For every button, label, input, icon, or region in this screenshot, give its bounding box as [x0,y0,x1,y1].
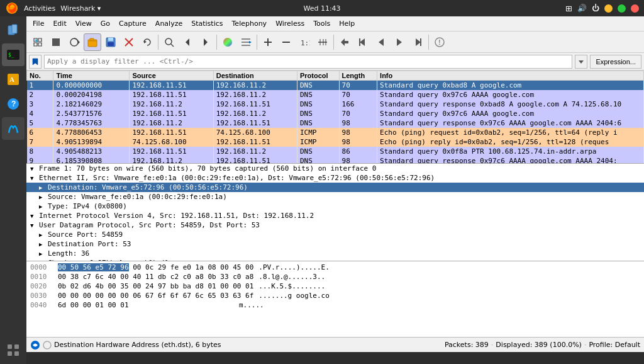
svg-text:1:1: 1:1 [301,39,310,47]
network-icon[interactable]: ⊞ [565,4,572,13]
menu-go[interactable]: Go [97,18,114,29]
toolbar-btn-autoscroll[interactable] [237,33,255,51]
detail-row[interactable]: ▶Destination: Vmware_e5:72:96 (00:50:56:… [26,183,644,192]
menu-view[interactable]: View [72,18,96,29]
detail-arrow[interactable]: ▶ [39,194,47,200]
toolbar-sep-3 [257,35,257,50]
menu-help[interactable]: Help [335,18,358,29]
wireshark-label[interactable]: Wireshark ▾ [60,4,101,13]
activities-label[interactable]: Activities [24,4,55,13]
detail-arrow[interactable]: ▶ [39,203,47,210]
toolbar-btn-restart[interactable] [65,33,83,51]
menu-capture[interactable]: Capture [115,18,150,29]
toolbar-btn-reload[interactable] [138,33,156,51]
toolbar-btn-prev[interactable] [179,33,196,51]
filter-bookmark[interactable] [29,55,42,69]
toolbar-btn-prev-packet[interactable] [372,33,390,51]
window-maximize[interactable] [618,4,626,13]
menu-edit[interactable]: Edit [49,18,70,29]
menu-telephony[interactable]: Telephony [228,18,271,29]
sidebar-icon-grid[interactable] [2,339,25,361]
firefox-icon[interactable] [5,1,19,15]
detail-arrow[interactable]: ▶ [39,241,47,247]
toolbar-btn-expert-info[interactable]: ! [431,33,448,51]
toolbar-btn-jump-to[interactable] [336,33,353,51]
menu-analyze[interactable]: Analyze [152,18,186,29]
packet-row[interactable]: 74.90513989474.125.68.100192.168.11.51IC… [27,137,644,147]
svg-rect-12 [14,351,19,356]
detail-row[interactable]: ▼User Datagram Protocol, Src Port: 54859… [26,220,644,230]
detail-arrow[interactable]: ▶ [39,251,47,257]
window-close[interactable] [631,4,639,13]
packet-row[interactable]: 42.543771576192.168.11.51192.168.11.2DNS… [27,109,644,118]
toolbar-btn-first-packet[interactable] [354,33,372,51]
menu-wireless[interactable]: Wireless [272,18,308,29]
svg-rect-47 [420,38,421,46]
col-header-length[interactable]: Length [339,71,377,81]
status-sep2: · [584,341,587,349]
detail-row[interactable]: ▼Frame 1: 70 bytes on wire (560 bits), 7… [26,164,644,173]
svg-rect-2 [12,25,17,33]
svg-text:$_: $_ [8,52,14,58]
packet-detail[interactable]: ▼Frame 1: 70 bytes on wire (560 bits), 7… [26,164,644,261]
col-header-dest[interactable]: Destination [213,71,297,81]
power-icon[interactable]: ⏻ [592,4,599,13]
hex-row: 000000 50 56 e5 72 96 00 0c 29 fe e0 1a … [29,263,641,272]
packet-row[interactable]: 32.182146029192.168.11.2192.168.11.51DNS… [27,100,644,109]
toolbar-btn-find[interactable] [160,33,178,51]
svg-rect-35 [282,42,290,43]
window-minimize[interactable] [604,4,613,13]
col-header-source[interactable]: Source [130,71,213,81]
packet-row[interactable]: 10.000000000192.168.11.51192.168.11.2DNS… [27,81,644,91]
col-header-info[interactable]: Info [377,71,644,81]
sidebar-icon-terminal[interactable]: $_ [2,43,25,66]
toolbar-btn-normal-size[interactable]: 1:1 [296,33,313,51]
packet-row[interactable]: 84.905488213192.168.11.51192.168.11.2DNS… [27,147,644,156]
detail-row[interactable]: ▶Source: Vmware_fe:e0:1a (00:0c:29:fe:e0… [26,192,644,202]
sound-icon[interactable]: 🔊 [577,4,587,13]
toolbar-btn-next-packet[interactable] [391,33,408,51]
detail-arrow[interactable]: ▼ [30,166,38,172]
detail-row[interactable]: ▶Length: 36 [26,249,644,258]
toolbar-btn-zoom-in[interactable] [259,33,277,51]
expression-button[interactable]: Expression... [590,55,641,69]
sidebar-icon-help[interactable]: ? [2,93,25,115]
detail-row[interactable]: ▼Internet Protocol Version 4, Src: 192.1… [26,211,644,220]
packet-row[interactable]: 54.778345763192.168.11.2192.168.11.51DNS… [27,118,644,128]
toolbar-btn-save[interactable] [102,33,119,51]
menu-file[interactable]: File [29,18,48,29]
packet-row[interactable]: 20.000204198192.168.11.51192.168.11.2DNS… [27,90,644,100]
col-header-no[interactable]: No. [27,71,53,81]
sidebar-icon-files[interactable] [2,19,25,42]
toolbar-btn-stop-capture[interactable] [47,33,65,51]
detail-arrow[interactable]: ▼ [30,213,38,219]
col-header-proto[interactable]: Protocol [297,71,339,81]
detail-row[interactable]: ▶Destination Port: 53 [26,239,644,249]
filter-dropdown-btn[interactable] [575,55,587,69]
toolbar-btn-next[interactable] [197,33,214,51]
packet-row[interactable]: 96.185390808192.168.11.2192.168.11.51DNS… [27,156,644,164]
detail-arrow[interactable]: ▶ [39,185,47,191]
detail-row[interactable]: ▶Type: IPv4 (0x0800) [26,202,644,211]
packet-list[interactable]: No. Time Source Destination Protocol Len… [26,71,644,164]
toolbar-btn-open-file[interactable] [84,33,101,51]
toolbar-btn-capture-interfaces[interactable] [29,33,47,51]
sidebar-icon-wireshark[interactable] [2,117,25,140]
detail-row[interactable]: ▶Source Port: 54859 [26,230,644,239]
menu-statistics[interactable]: Statistics [187,18,226,29]
toolbar-btn-zoom-out[interactable] [277,33,295,51]
detail-row[interactable]: ▼Ethernet II, Src: Vmware_fe:e0:1a (00:0… [26,173,644,183]
toolbar-btn-colorize[interactable] [219,33,236,51]
filter-input[interactable] [47,57,569,65]
toolbar-btn-close[interactable] [120,33,138,51]
detail-arrow[interactable]: ▼ [30,175,38,181]
menu-tools[interactable]: Tools [309,18,334,29]
packet-row[interactable]: 64.778806453192.168.11.5174.125.68.100IC… [27,128,644,137]
detail-arrow[interactable]: ▶ [39,232,47,238]
sidebar-icon-text[interactable]: A [2,68,25,91]
detail-arrow[interactable]: ▼ [30,222,38,229]
col-header-time[interactable]: Time [53,71,130,81]
toolbar-btn-resize-columns[interactable] [314,33,331,51]
hex-ascii: .PV.r....).....E. [258,263,330,271]
toolbar-btn-last-packet[interactable] [409,33,426,51]
